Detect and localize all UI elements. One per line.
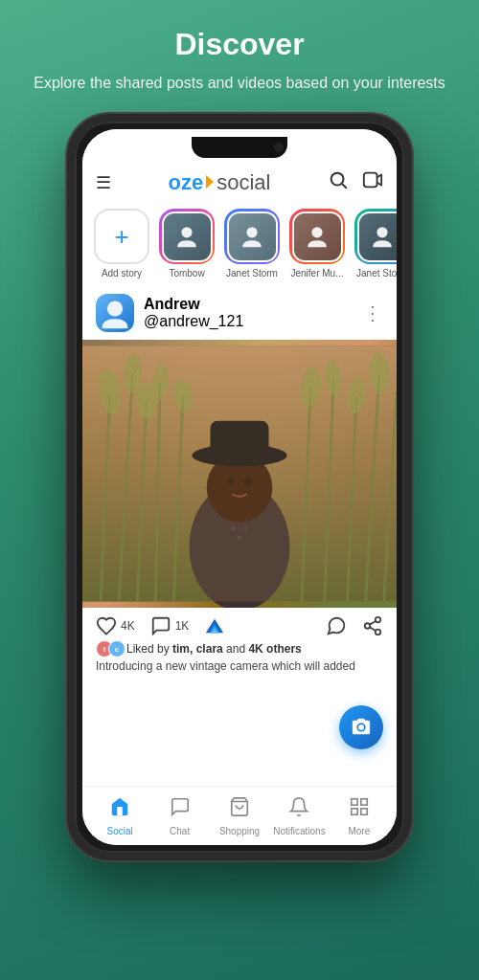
svg-point-5 [311, 227, 322, 237]
story-item-janet2[interactable]: Janet Storm [354, 209, 397, 278]
likes-row: t c Liked by tim, clara and 4K others [96, 640, 383, 657]
phone-mockup: ☰ oze social [67, 114, 412, 860]
liked-by-names: tim, clara [172, 642, 223, 656]
logo-social: social [217, 170, 270, 195]
more-nav-icon [349, 796, 370, 823]
likes-avatars: t c [96, 640, 121, 657]
svg-point-46 [365, 623, 371, 629]
svg-rect-51 [352, 798, 357, 804]
post-username: Andrew [144, 296, 243, 313]
nav-shopping[interactable]: Shopping [210, 796, 269, 836]
logo-oze: oze [169, 170, 204, 195]
header-icons [328, 169, 383, 195]
svg-rect-53 [352, 808, 357, 813]
svg-point-3 [181, 227, 192, 237]
story-name-jenifer: Jenifer Mu... [290, 268, 343, 278]
stories-row: + Add story [82, 201, 397, 286]
chat-nav-label: Chat [170, 826, 190, 836]
svg-rect-52 [361, 798, 367, 804]
notifications-nav-label: Notifications [273, 826, 325, 836]
nav-chat[interactable]: Chat [149, 796, 209, 836]
liked-by-suffix: and [223, 642, 249, 656]
post-handle: @andrew_121 [144, 313, 243, 329]
svg-point-47 [376, 630, 381, 635]
status-bar [82, 129, 397, 164]
camera-notch [192, 137, 287, 158]
like-button[interactable]: 4K [96, 615, 135, 636]
post-user-details: Andrew @andrew_121 [144, 296, 243, 330]
video-icon[interactable] [362, 169, 383, 195]
discover-subtitle: Explore the shared posts and videos base… [34, 72, 445, 95]
app-header: ☰ oze social [82, 164, 397, 201]
like-count: 4K [121, 619, 135, 633]
whatsapp-button[interactable] [326, 615, 347, 636]
story-avatar-janet [229, 213, 276, 260]
story-avatar-tombow [164, 213, 211, 260]
comment-count: 1K [175, 619, 190, 633]
post-actions: 4K 1K [82, 608, 397, 677]
story-ring-tombow [159, 209, 215, 264]
phone-frame: ☰ oze social [67, 114, 412, 860]
liked-by-count: 4K others [248, 642, 301, 656]
discover-header: Discover Explore the shared posts and vi… [14, 0, 465, 104]
camera-fab-button[interactable] [339, 705, 383, 749]
social-nav-icon [109, 796, 130, 823]
liker-avatar-2: c [108, 640, 125, 657]
svg-point-4 [246, 227, 257, 237]
story-name-janet: Janet Storm [226, 268, 278, 278]
add-story-button[interactable]: + [94, 209, 149, 264]
svg-point-45 [376, 617, 381, 623]
notifications-nav-icon [288, 796, 309, 823]
post-header: Andrew @andrew_121 ⋮ [82, 286, 397, 340]
nav-social[interactable]: Social [90, 796, 149, 836]
more-nav-label: More [348, 826, 370, 836]
likes-text: Liked by tim, clara and 4K others [126, 642, 302, 656]
search-icon[interactable] [328, 169, 349, 195]
comment-button[interactable]: 1K [150, 615, 190, 636]
post-more-icon[interactable]: ⋮ [363, 301, 383, 324]
story-item-tombow[interactable]: Tombow [159, 209, 215, 278]
camera-dot [274, 143, 284, 152]
svg-line-49 [370, 621, 376, 625]
share-triangle-button[interactable] [204, 615, 225, 636]
add-story-item[interactable]: + Add story [94, 209, 149, 278]
post-user-info: Andrew @andrew_121 [96, 294, 243, 332]
shopping-nav-icon [229, 796, 250, 823]
story-name-tombow: Tombow [169, 268, 204, 278]
social-nav-label: Social [107, 826, 133, 836]
story-ring-jenifer [289, 209, 345, 264]
story-avatar-jenifer [294, 213, 341, 260]
liked-by-label: Liked by [126, 642, 172, 656]
chat-nav-icon [170, 796, 191, 823]
bottom-nav: Social Chat [82, 786, 397, 845]
story-name-janet2: Janet Storm [356, 268, 397, 278]
shopping-nav-label: Shopping [219, 826, 260, 836]
svg-point-8 [107, 301, 123, 316]
story-item-jenifer[interactable]: Jenifer Mu... [289, 209, 345, 278]
logo-arrow-icon [206, 175, 214, 189]
nav-more[interactable]: More [330, 796, 389, 836]
action-icons-row: 4K 1K [96, 615, 383, 636]
discover-title: Discover [34, 27, 445, 62]
svg-rect-54 [361, 808, 367, 813]
svg-line-48 [370, 627, 376, 631]
story-ring-janet2 [354, 209, 397, 264]
svg-line-1 [342, 184, 346, 188]
svg-rect-41 [82, 346, 397, 602]
story-ring-janet [224, 209, 280, 264]
nav-notifications[interactable]: Notifications [269, 796, 329, 836]
post-caption: Introducing a new vintage camera which w… [96, 659, 383, 673]
add-story-label: Add story [102, 268, 142, 278]
app-logo: oze social [169, 170, 271, 195]
story-avatar-janet2 [359, 213, 398, 260]
story-item-janet-storm[interactable]: Janet Storm [224, 209, 280, 278]
phone-screen: ☰ oze social [82, 129, 397, 845]
post-user-avatar [96, 294, 134, 332]
hamburger-icon[interactable]: ☰ [96, 172, 111, 193]
svg-point-6 [376, 227, 387, 237]
svg-rect-2 [364, 173, 377, 188]
post-image [82, 340, 397, 608]
forward-button[interactable] [362, 615, 383, 636]
